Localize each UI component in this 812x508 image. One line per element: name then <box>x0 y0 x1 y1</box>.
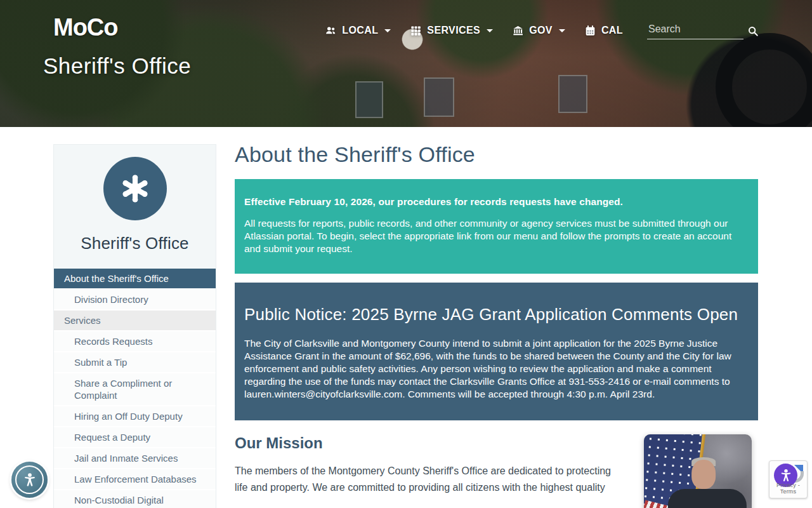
building-window <box>355 81 383 118</box>
page-title: Sheriff's Office <box>43 53 191 79</box>
sidebar-item-jail-and-inmate-services[interactable]: Jail and Inmate Services <box>54 448 216 469</box>
sidebar-item-records-requests[interactable]: Records Requests <box>54 331 216 352</box>
mission-section: Our Mission The members of the Montgomer… <box>235 434 758 508</box>
sidebar-item-hiring-an-off-duty-deputy[interactable]: Hiring an Off Duty Deputy <box>54 406 216 427</box>
chevron-down-icon <box>384 29 391 32</box>
page: MoCo LOCALSERVICESGOVCAL Sheriff's Offic… <box>0 0 812 508</box>
nav-item-label: LOCAL <box>342 25 378 36</box>
calendar-icon <box>584 25 596 37</box>
chevron-down-icon <box>559 29 565 32</box>
public-notice-title: Public Notice: 2025 Byrne JAG Grant Appl… <box>244 304 749 326</box>
mission-heading: Our Mission <box>235 434 612 452</box>
sidebar-item-law-enforcement-databases[interactable]: Law Enforcement Databases <box>54 469 216 490</box>
sidebar-item-division-directory[interactable]: Division Directory <box>54 290 216 311</box>
main-content: About the Sheriff's Office Effective Feb… <box>235 142 758 508</box>
chevron-down-icon <box>487 29 493 32</box>
mission-text-column: Our Mission The members of the Montgomer… <box>235 434 612 496</box>
public-notice-body: The City of Clarksville and Montgomery C… <box>244 337 749 401</box>
bank-icon <box>512 25 524 37</box>
sidebar-card: Sheriff's Office <box>54 145 216 269</box>
sidebar-item-share-a-compliment-or-complaint[interactable]: Share a Compliment or Complaint <box>54 373 216 406</box>
recaptcha-badge[interactable]: Privacy - Terms <box>769 460 808 498</box>
main-nav: LOCALSERVICESGOVCAL <box>325 22 759 39</box>
sidebar-menu: About the Sheriff's OfficeDivision Direc… <box>54 269 216 508</box>
records-notice-body: All requests for reports, public records… <box>244 217 749 255</box>
sidebar-item-services[interactable]: Services <box>54 311 216 331</box>
moco-logo[interactable]: MoCo <box>53 14 118 41</box>
accessibility-icon <box>15 465 44 494</box>
sidebar-item-submit-a-tip[interactable]: Submit a Tip <box>54 352 216 373</box>
mission-body: The members of the Montgomery County She… <box>235 463 612 496</box>
nav-item-label: SERVICES <box>427 25 480 36</box>
sidebar: Sheriff's Office About the Sheriff's Off… <box>53 144 216 508</box>
nav-item-gov[interactable]: GOV <box>512 25 565 37</box>
recaptcha-privacy-terms[interactable]: Privacy - Terms <box>769 482 807 495</box>
nav-item-label: CAL <box>601 25 623 36</box>
sheriff-uniform <box>668 489 747 508</box>
nav-item-label: GOV <box>529 25 553 36</box>
nav-item-local[interactable]: LOCAL <box>325 25 391 37</box>
content-heading: About the Sheriff's Office <box>235 142 758 167</box>
sidebar-title: Sheriff's Office <box>60 234 209 253</box>
sidebar-item-non-custodial-digital-fingerprinting[interactable]: Non-Custodial Digital Fingerprinting <box>54 490 216 508</box>
public-notice-banner: Public Notice: 2025 Byrne JAG Grant Appl… <box>235 283 758 420</box>
nav-item-cal[interactable]: CAL <box>584 25 623 37</box>
users-icon <box>325 25 337 37</box>
building-window <box>424 77 454 117</box>
search-icon[interactable] <box>747 25 759 39</box>
sheriff-portrait-photo <box>644 434 752 508</box>
sidebar-item-request-a-deputy[interactable]: Request a Deputy <box>54 427 216 448</box>
header-hero-photo: MoCo LOCALSERVICESGOVCAL Sheriff's Offic… <box>0 0 812 127</box>
grid-icon <box>410 25 422 37</box>
records-notice-banner: Effective February 10, 2026, our procedu… <box>235 179 758 274</box>
sidebar-item-about-the-sheriff-s-office[interactable]: About the Sheriff's Office <box>54 269 216 290</box>
search-input[interactable] <box>647 22 743 39</box>
sheriff-star-icon <box>103 157 167 220</box>
records-notice-lead: Effective February 10, 2026, our procedu… <box>244 196 749 208</box>
accessibility-widget-button[interactable] <box>11 462 48 498</box>
search-box <box>647 22 759 39</box>
cannon-wheel <box>716 33 812 127</box>
sheriff-face <box>691 460 716 489</box>
building-window <box>558 75 587 113</box>
nav-item-services[interactable]: SERVICES <box>410 25 493 37</box>
